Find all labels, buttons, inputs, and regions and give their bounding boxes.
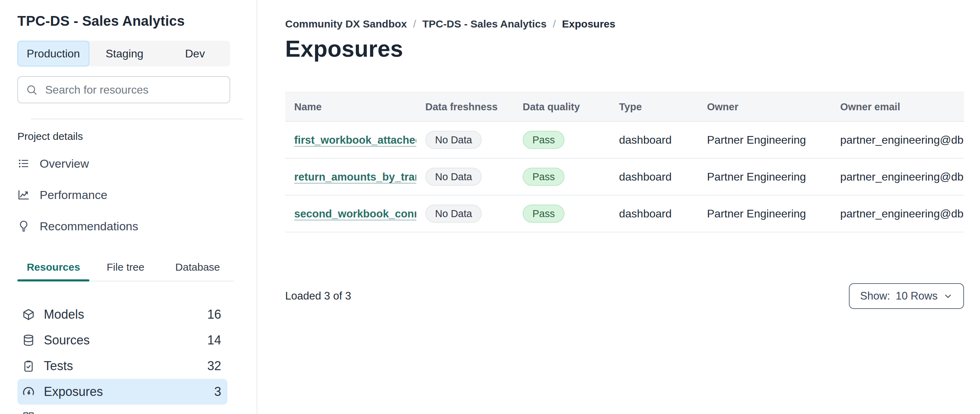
column-header-name: Name (285, 101, 416, 113)
quality-badge: Pass (523, 131, 565, 149)
environment-tabs: Production Staging Dev (18, 41, 230, 67)
column-header-data-freshness: Data freshness (416, 101, 514, 113)
sidebar-item-recommendations[interactable]: Recommendations (18, 210, 257, 242)
project-title: TPC-DS - Sales Analytics (18, 13, 257, 29)
search-icon (26, 84, 38, 96)
exposures-icon (22, 385, 35, 398)
table-row: return_amounts_by_tran... No Data Pass d… (285, 159, 964, 196)
project-details-label: Project details (18, 130, 257, 143)
env-tab-staging[interactable]: Staging (89, 41, 160, 67)
search-input[interactable] (45, 83, 222, 97)
freshness-badge: No Data (425, 168, 482, 186)
sidebar-item-sources[interactable]: Sources 14 (18, 327, 228, 353)
column-header-owner: Owner (698, 101, 831, 113)
resource-count: 16 (207, 307, 221, 322)
rows-per-page-dropdown[interactable]: Show: 10 Rows (849, 283, 964, 309)
table-row: second_workbook_conn... No Data Pass das… (285, 196, 964, 232)
resource-count: 14 (207, 333, 221, 347)
resource-label: Models (44, 307, 207, 322)
sidebar-view-tabs: Resources File tree Database (18, 261, 234, 282)
exposure-link[interactable]: return_amounts_by_tran... (294, 171, 416, 183)
resource-count: 3 (214, 384, 221, 399)
tests-icon (22, 360, 35, 372)
sidebar-item-performance[interactable]: Performance (18, 179, 257, 210)
resource-label: Exposures (44, 384, 214, 399)
column-header-owner-email: Owner email (831, 101, 963, 113)
exposures-table: Name Data freshness Data quality Type Ow… (285, 92, 964, 232)
env-tab-production[interactable]: Production (18, 41, 89, 67)
show-value: 10 Rows (896, 290, 937, 303)
table-footer: Loaded 3 of 3 Show: 10 Rows (285, 283, 964, 309)
page-title: Exposures (285, 35, 980, 62)
owner-cell: Partner Engineering (698, 207, 831, 220)
env-tab-dev[interactable]: Dev (160, 41, 230, 67)
overview-icon (18, 157, 30, 170)
column-header-type: Type (610, 101, 698, 113)
freshness-badge: No Data (425, 205, 482, 223)
type-cell: dashboard (610, 134, 698, 146)
breadcrumb-account[interactable]: Community DX Sandbox (285, 18, 407, 30)
recommendations-icon (18, 220, 30, 232)
sidebar-item-tests[interactable]: Tests 32 (18, 353, 228, 379)
resource-list: Models 16 Sources 14 Tests 32 (18, 302, 257, 414)
main-content: Community DX Sandbox / TPC-DS - Sales An… (258, 0, 980, 414)
sidebar: TPC-DS - Sales Analytics Production Stag… (0, 0, 257, 414)
type-cell: dashboard (610, 207, 698, 220)
project-details-nav: Overview Performance Recommendations (18, 148, 257, 242)
owner-email-cell: partner_engineering@dbt... (831, 134, 963, 146)
exposure-link[interactable]: first_workbook_attached... (294, 134, 416, 146)
sidebar-item-label: Performance (40, 188, 107, 202)
owner-email-cell: partner_engineering@dbt... (831, 170, 963, 183)
sidebar-item-partial[interactable] (18, 404, 228, 414)
breadcrumb-separator: / (553, 18, 556, 30)
show-label: Show: (860, 290, 890, 303)
owner-email-cell: partner_engineering@dbt... (831, 207, 963, 220)
tab-file-tree[interactable]: File tree (89, 261, 161, 281)
resource-search[interactable] (18, 76, 230, 104)
performance-icon (18, 189, 30, 201)
chevron-down-icon (943, 291, 953, 301)
sidebar-item-models[interactable]: Models 16 (18, 302, 228, 327)
quality-badge: Pass (523, 168, 565, 186)
tab-resources[interactable]: Resources (18, 261, 89, 281)
models-icon (22, 308, 35, 321)
loaded-status: Loaded 3 of 3 (285, 290, 351, 303)
table-row: first_workbook_attached... No Data Pass … (285, 122, 964, 159)
sidebar-item-overview[interactable]: Overview (18, 148, 257, 179)
freshness-badge: No Data (425, 131, 482, 149)
breadcrumb-separator: / (413, 18, 416, 30)
type-cell: dashboard (610, 170, 698, 183)
owner-cell: Partner Engineering (698, 170, 831, 183)
sidebar-item-label: Overview (40, 157, 89, 170)
breadcrumb: Community DX Sandbox / TPC-DS - Sales An… (285, 18, 980, 30)
grid-icon (22, 411, 35, 414)
owner-cell: Partner Engineering (698, 134, 831, 146)
exposure-link[interactable]: second_workbook_conn... (294, 208, 416, 220)
resource-label: Sources (44, 333, 207, 347)
column-header-data-quality: Data quality (514, 101, 610, 113)
sidebar-divider (30, 119, 243, 119)
tab-database[interactable]: Database (162, 261, 234, 281)
quality-badge: Pass (523, 205, 565, 223)
sidebar-item-label: Recommendations (40, 220, 138, 233)
sidebar-item-exposures[interactable]: Exposures 3 (18, 379, 228, 404)
sources-icon (22, 334, 35, 347)
resource-count: 32 (207, 359, 221, 373)
resource-label: Tests (44, 359, 207, 373)
breadcrumb-project[interactable]: TPC-DS - Sales Analytics (422, 18, 546, 30)
breadcrumb-current: Exposures (562, 18, 615, 30)
table-header-row: Name Data freshness Data quality Type Ow… (285, 92, 964, 122)
